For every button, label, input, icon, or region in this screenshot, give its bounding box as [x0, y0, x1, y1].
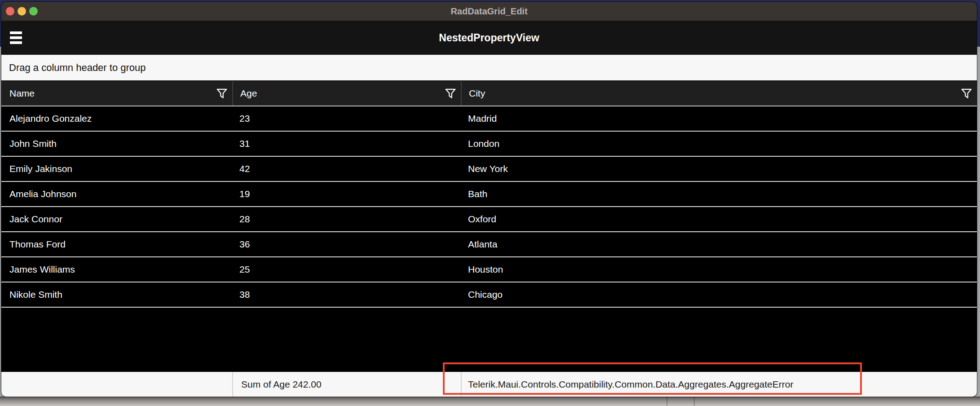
- table-row[interactable]: Alejandro Gonzalez 23 Madrid: [1, 106, 977, 132]
- name-cell[interactable]: Amelia Johnson: [1, 182, 232, 206]
- strip-divider: [694, 397, 695, 406]
- name-cell[interactable]: Emily Jakinson: [1, 157, 232, 181]
- city-cell[interactable]: Madrid: [461, 106, 977, 131]
- age-cell[interactable]: 31: [232, 132, 461, 156]
- table-row[interactable]: James Williams 25 Houston: [1, 257, 977, 282]
- name-cell[interactable]: Nikole Smith: [1, 282, 232, 307]
- age-cell[interactable]: 28: [232, 207, 461, 231]
- name-cell[interactable]: Thomas Ford: [1, 232, 232, 256]
- table-row[interactable]: Jack Connor 28 Oxford: [1, 207, 977, 232]
- window-title-bar[interactable]: RadDataGrid_Edit: [1, 2, 977, 21]
- table-row[interactable]: Emily Jakinson 42 New York: [1, 157, 977, 182]
- traffic-lights: [6, 7, 38, 16]
- strip-divider: [667, 397, 667, 406]
- age-cell[interactable]: 19: [232, 182, 461, 206]
- zoom-button-icon[interactable]: [29, 7, 38, 16]
- column-header-label: Name: [9, 88, 35, 99]
- footer-name-cell: [1, 372, 232, 397]
- age-cell[interactable]: 36: [232, 232, 461, 256]
- app-window: RadDataGrid_Edit NestedPropertyView Drag…: [1, 2, 977, 397]
- group-drop-bar[interactable]: Drag a column header to group: [1, 55, 977, 81]
- filter-funnel-icon[interactable]: [961, 88, 972, 99]
- app-nav-bar: NestedPropertyView: [1, 21, 977, 55]
- footer-city-aggregate: Telerik.Maui.Controls.Compatibility.Comm…: [461, 372, 977, 397]
- city-cell[interactable]: Chicago: [461, 282, 977, 307]
- grid-footer-row: Sum of Age 242.00 Telerik.Maui.Controls.…: [1, 372, 977, 397]
- city-cell[interactable]: New York: [461, 157, 977, 181]
- city-cell[interactable]: London: [461, 132, 977, 156]
- table-row[interactable]: Nikole Smith 38 Chicago: [1, 282, 977, 308]
- name-cell[interactable]: James Williams: [1, 257, 232, 282]
- window-title: RadDataGrid_Edit: [1, 6, 977, 17]
- filter-funnel-icon[interactable]: [216, 88, 228, 99]
- name-cell[interactable]: Jack Connor: [1, 207, 232, 231]
- footer-age-aggregate: Sum of Age 242.00: [232, 372, 461, 397]
- close-button-icon[interactable]: [6, 7, 14, 16]
- background-window-strip: [0, 397, 980, 406]
- filter-funnel-icon[interactable]: [445, 88, 456, 99]
- group-drop-hint: Drag a column header to group: [9, 62, 146, 74]
- city-cell[interactable]: Atlanta: [461, 232, 977, 256]
- table-row[interactable]: Thomas Ford 36 Atlanta: [1, 232, 977, 257]
- grid-body: Alejandro Gonzalez 23 Madrid John Smith …: [1, 106, 977, 308]
- age-cell[interactable]: 25: [232, 257, 461, 282]
- column-header-name[interactable]: Name: [1, 81, 232, 106]
- table-row[interactable]: John Smith 31 London: [1, 132, 977, 157]
- city-cell[interactable]: Houston: [461, 257, 977, 282]
- grid-empty-area: [1, 308, 977, 372]
- column-header-age[interactable]: Age: [232, 81, 461, 106]
- age-cell[interactable]: 23: [232, 106, 461, 131]
- city-cell[interactable]: Bath: [461, 182, 977, 206]
- column-header-label: Age: [240, 88, 257, 99]
- table-row[interactable]: Amelia Johnson 19 Bath: [1, 182, 977, 207]
- name-cell[interactable]: John Smith: [1, 132, 232, 156]
- name-cell[interactable]: Alejandro Gonzalez: [1, 106, 232, 131]
- age-cell[interactable]: 42: [232, 157, 461, 181]
- hamburger-icon[interactable]: [10, 31, 22, 44]
- minimize-button-icon[interactable]: [18, 7, 26, 16]
- page-title: NestedPropertyView: [1, 32, 977, 44]
- city-cell[interactable]: Oxford: [461, 207, 977, 231]
- age-cell[interactable]: 38: [232, 282, 461, 307]
- column-header-city[interactable]: City: [461, 81, 977, 106]
- grid-header-row: Name Age City: [1, 81, 977, 106]
- column-header-label: City: [469, 88, 485, 99]
